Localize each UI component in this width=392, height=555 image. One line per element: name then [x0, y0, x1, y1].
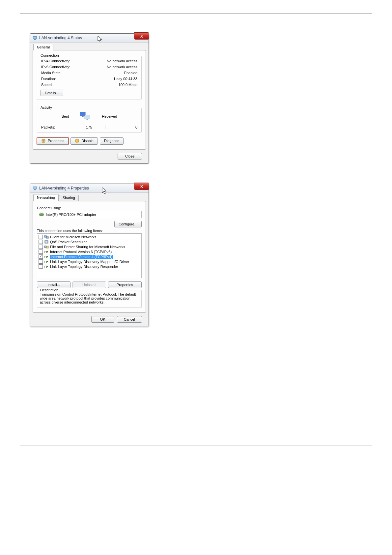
group-activity-legend: Activity — [39, 105, 53, 109]
item-label: Link-Layer Topology Discovery Responder — [50, 265, 118, 269]
list-item[interactable]: Client for Microsoft Networks — [39, 234, 140, 239]
svg-rect-9 — [40, 213, 41, 214]
svg-rect-11 — [44, 236, 46, 237]
packets-label: Packets: — [41, 125, 73, 129]
packets-received-value: 0 — [105, 125, 137, 129]
window-title: LAN-verbinding 4 Status — [39, 36, 82, 40]
titlebar: LAN-verbinding 4 Status x — [30, 34, 149, 43]
svg-rect-3 — [85, 115, 90, 119]
svg-rect-2 — [80, 112, 85, 116]
connection-items-list[interactable]: Client for Microsoft NetworksQoS Packet … — [37, 233, 142, 278]
speed-value: 100.0 Mbps — [119, 83, 137, 87]
description-text: Transmission Control Protocol/Internet P… — [40, 292, 136, 304]
item-label: Link-Layer Topology Discovery Mapper I/O… — [50, 260, 129, 264]
list-item[interactable]: File and Printer Sharing for Microsoft N… — [39, 244, 140, 249]
list-item[interactable]: Internet Protocol Version 6 (TCP/IPv6) — [39, 249, 140, 254]
list-item[interactable]: ✓Internet Protocol Version 4 (TCP/IPv4) — [39, 254, 140, 259]
configure-button[interactable]: Configure... — [114, 221, 142, 227]
window-title: LAN-verbinding 4 Properties — [39, 186, 89, 190]
svg-rect-4 — [82, 116, 84, 117]
item-label: Internet Protocol Version 4 (TCP/IPv4) — [50, 255, 113, 259]
properties-button-label: Properties — [48, 139, 64, 143]
item-label: QoS Packet Scheduler — [50, 240, 87, 244]
details-button[interactable]: Details... — [41, 90, 63, 96]
checkbox[interactable] — [39, 264, 43, 269]
close-button[interactable]: x — [134, 183, 149, 190]
tab-panel-general: Connection IPv4 Connectivity:No network … — [33, 50, 146, 150]
media-state-value: Enabled — [124, 71, 137, 75]
diagnose-button[interactable]: Diagnose — [100, 137, 124, 145]
disable-button-label: Disable — [81, 139, 94, 143]
svg-rect-5 — [87, 119, 88, 120]
tab-general[interactable]: General — [33, 44, 53, 50]
close-dialog-button[interactable]: Close — [118, 153, 142, 160]
network-icon — [33, 186, 37, 190]
tab-general-label: General — [37, 45, 50, 49]
svg-point-20 — [47, 266, 48, 267]
cancel-button-label: Cancel — [124, 317, 135, 321]
tab-networking[interactable]: Networking — [33, 194, 59, 201]
cancel-button[interactable]: Cancel — [117, 316, 142, 323]
dash-left-icon: —— — [71, 114, 77, 118]
disable-button[interactable]: Disable — [70, 137, 98, 145]
list-item[interactable]: Link-Layer Topology Discovery Mapper I/O… — [39, 259, 140, 264]
ipv6-value: No network access — [107, 65, 137, 69]
ok-button-label: OK — [100, 317, 105, 321]
items-list-label: This connection uses the following items… — [37, 229, 142, 233]
checkbox[interactable]: ✓ — [39, 254, 43, 259]
tab-networking-label: Networking — [37, 195, 55, 199]
adapter-field[interactable]: Intel(R) PRO/100+ PCI-adapter — [37, 211, 142, 218]
item-label: Internet Protocol Version 6 (TCP/IPv6) — [50, 250, 112, 254]
item-label: File and Printer Sharing for Microsoft N… — [50, 245, 125, 249]
item-icon — [44, 245, 49, 249]
duration-value: 1 day 00:44:33 — [113, 77, 137, 81]
svg-rect-14 — [45, 241, 47, 243]
close-button[interactable]: x — [134, 32, 149, 40]
checkbox[interactable] — [39, 249, 43, 254]
svg-point-18 — [47, 256, 48, 257]
sent-label: Sent — [62, 114, 69, 118]
checkbox[interactable] — [39, 235, 43, 239]
svg-rect-16 — [46, 246, 48, 248]
list-item[interactable]: QoS Packet Scheduler — [39, 239, 140, 244]
duration-label: Duration: — [41, 77, 56, 81]
checkbox[interactable] — [39, 245, 43, 249]
uninstall-button: Uninstall — [72, 281, 106, 288]
svg-rect-7 — [34, 190, 36, 190]
adapter-name: Intel(R) PRO/100+ PCI-adapter — [46, 213, 96, 217]
svg-rect-15 — [44, 246, 46, 248]
dialog-body: General Connection IPv4 Connectivity:No … — [30, 43, 149, 163]
shield-icon — [75, 139, 79, 143]
ipv4-label: IPv4 Connectivity: — [41, 59, 70, 63]
install-button[interactable]: Install... — [37, 281, 70, 288]
item-properties-button[interactable]: Properties — [108, 281, 142, 288]
cursor-icon — [98, 36, 103, 44]
description-group: Description Transmission Control Protoco… — [37, 290, 142, 308]
received-label: Received — [102, 114, 117, 118]
configure-button-label: Configure... — [119, 222, 137, 226]
properties-dialog: LAN-verbinding 4 Properties x Networking… — [30, 184, 149, 327]
titlebar: LAN-verbinding 4 Properties x — [30, 184, 149, 193]
ipv6-label: IPv6 Connectivity: — [41, 65, 70, 69]
svg-rect-1 — [34, 39, 36, 40]
group-activity: Activity Sent —— —— Received Packets: 17… — [37, 108, 142, 133]
svg-rect-8 — [40, 214, 43, 216]
tab-sharing[interactable]: Sharing — [59, 195, 79, 201]
status-dialog: LAN-verbinding 4 Status x General Connec… — [30, 33, 149, 164]
two-monitors-icon — [79, 111, 91, 121]
group-connection-legend: Connection — [39, 53, 60, 57]
list-item[interactable]: Link-Layer Topology Discovery Responder — [39, 264, 140, 269]
shield-icon — [41, 139, 46, 143]
properties-button[interactable]: Properties — [37, 137, 69, 145]
checkbox[interactable] — [39, 240, 43, 244]
dialog-body: Networking Sharing Connect using: Intel(… — [30, 193, 149, 327]
svg-rect-12 — [46, 237, 48, 238]
network-icon — [33, 36, 37, 40]
diagnose-button-label: Diagnose — [104, 139, 119, 143]
item-icon — [44, 260, 49, 264]
item-icon — [44, 240, 49, 244]
ipv4-value: No network access — [107, 59, 137, 63]
tab-panel-networking: Connect using: Intel(R) PRO/100+ PCI-ada… — [33, 201, 146, 313]
checkbox[interactable] — [39, 259, 43, 264]
ok-button[interactable]: OK — [91, 316, 114, 323]
